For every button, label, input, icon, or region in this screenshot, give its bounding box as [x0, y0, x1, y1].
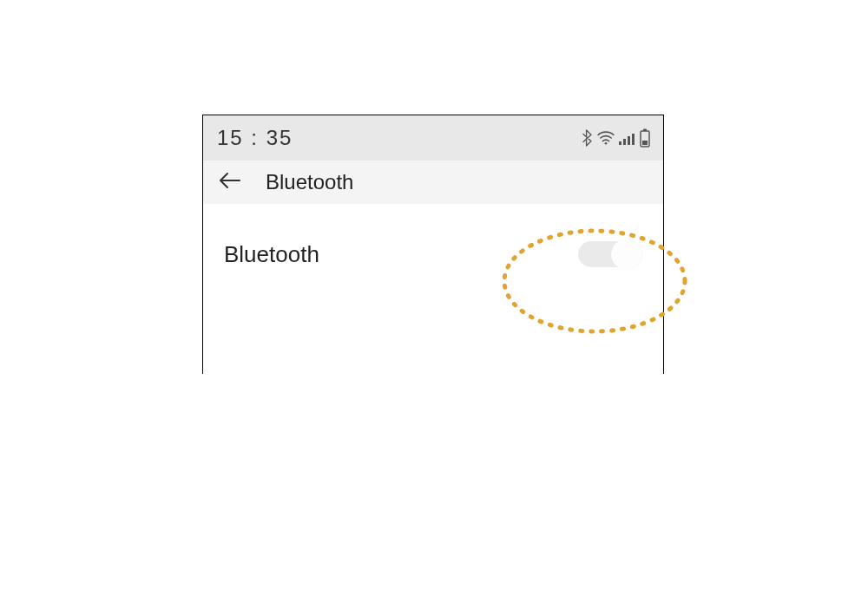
bluetooth-icon	[582, 129, 593, 147]
svg-rect-3	[642, 141, 648, 145]
svg-rect-2	[643, 129, 647, 132]
device-frame: 15 : 35	[202, 115, 664, 374]
status-bar-icons	[582, 128, 651, 148]
app-bar: Bluetooth	[203, 161, 663, 204]
back-arrow-icon	[219, 170, 241, 193]
back-button[interactable]	[214, 168, 247, 196]
signal-icon	[619, 131, 635, 145]
status-bar: 15 : 35	[203, 115, 663, 161]
app-bar-title: Bluetooth	[266, 170, 353, 194]
toggle-thumb	[611, 239, 642, 270]
bluetooth-label: Bluetooth	[224, 241, 319, 268]
bluetooth-setting-row: Bluetooth	[224, 230, 642, 279]
settings-content: Bluetooth	[203, 204, 663, 374]
battery-icon	[639, 128, 651, 148]
wifi-icon	[597, 131, 615, 145]
bluetooth-toggle[interactable]	[578, 239, 642, 270]
svg-point-0	[605, 142, 608, 145]
status-bar-time: 15 : 35	[217, 126, 293, 150]
